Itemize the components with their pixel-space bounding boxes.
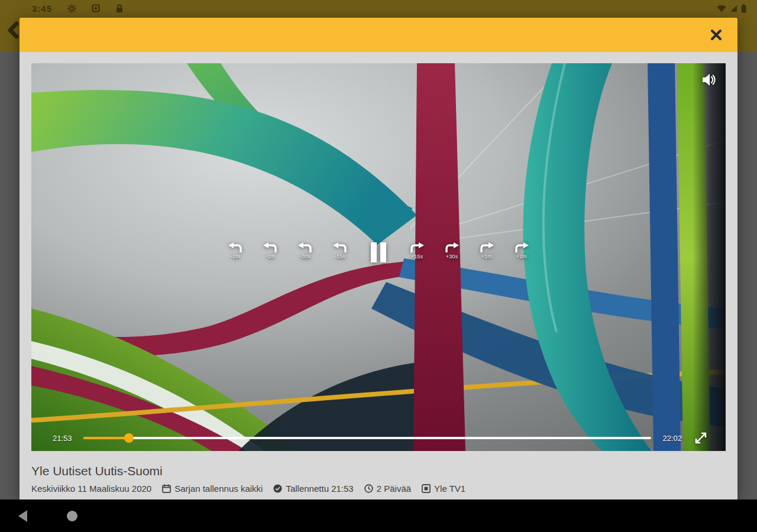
progress-bar[interactable] (83, 437, 651, 439)
rewind-30s-button[interactable]: -30s (297, 242, 313, 259)
recorded-meta: Tallennettu 21:53 (273, 484, 353, 494)
check-circle-icon (273, 484, 282, 493)
forward-2m-label: +2m (516, 254, 527, 259)
rewind-2m-button[interactable]: -2m (228, 242, 243, 259)
recording-meta: Keskiviikko 11 Maaliskuu 2020 Sarjan tal… (31, 484, 726, 494)
close-button[interactable] (702, 18, 730, 52)
progress-fill (83, 437, 129, 439)
forward-arrow-icon (410, 242, 424, 253)
pause-button[interactable] (371, 242, 386, 262)
cellular-signal-icon (730, 5, 737, 12)
series-meta: Sarjan tallennus kaikki (162, 484, 263, 494)
pause-icon (371, 242, 386, 262)
rewind-1m-label: -1m (266, 254, 275, 259)
rewind-2m-label: -2m (231, 254, 240, 259)
forward-15s-label: +15s (411, 254, 423, 259)
navigation-bar (0, 499, 757, 532)
retention-label: 2 Päivää (377, 484, 411, 494)
gear-icon (67, 4, 76, 13)
rewind-1m-button[interactable]: -1m (263, 242, 278, 259)
forward-30s-button[interactable]: +30s (444, 242, 460, 259)
rewind-arrow-icon (333, 242, 347, 253)
forward-arrow-icon (515, 242, 529, 253)
home-circle-icon (66, 510, 78, 522)
video-player[interactable]: -2m -1m -30s -15s (31, 63, 726, 451)
forward-arrow-icon (445, 242, 459, 253)
rewind-arrow-icon (263, 242, 277, 253)
back-triangle-icon (18, 510, 28, 522)
recorded-label: Tallennettu 21:53 (286, 484, 353, 494)
channel-label: Yle TV1 (434, 484, 465, 494)
current-time-label: 21:53 (53, 434, 76, 443)
forward-1m-label: +1m (481, 254, 492, 259)
forward-2m-button[interactable]: +2m (514, 242, 529, 259)
rewind-15s-button[interactable]: -15s (332, 242, 348, 259)
forward-30s-label: +30s (446, 254, 458, 259)
retention-meta: 2 Päivää (364, 484, 411, 494)
series-label: Sarjan tallennus kaikki (174, 484, 263, 494)
wifi-icon (717, 5, 726, 12)
lock-icon (115, 4, 124, 13)
recording-dialog: -2m -1m -30s -15s (20, 18, 737, 499)
recording-title: Yle Uutiset Uutis-Suomi (31, 463, 726, 478)
status-bar-right (717, 4, 749, 13)
seek-row: 21:53 22:02 (31, 431, 726, 445)
screen: 3:45 (0, 0, 757, 532)
forward-15s-button[interactable]: +15s (409, 242, 425, 259)
progress-thumb[interactable] (124, 433, 134, 443)
screenshot-icon (92, 4, 100, 12)
fullscreen-button[interactable] (694, 431, 708, 445)
player-controls: -2m -1m -30s -15s (31, 242, 726, 262)
rewind-15s-label: -15s (335, 254, 345, 259)
calendar-icon (162, 484, 171, 493)
volume-icon[interactable] (701, 73, 716, 87)
status-bar-left: 3:45 (8, 4, 124, 14)
forward-arrow-icon (480, 242, 494, 253)
tv-icon (422, 484, 431, 493)
channel-meta: Yle TV1 (422, 484, 465, 494)
rewind-arrow-icon (298, 242, 312, 253)
dialog-header (20, 18, 737, 52)
forward-1m-button[interactable]: +1m (479, 242, 494, 259)
end-time-label: 22:02 (658, 434, 682, 443)
clock-icon (364, 484, 373, 493)
status-bar: 3:45 (0, 0, 757, 17)
rewind-arrow-icon (228, 242, 242, 253)
battery-icon (741, 4, 746, 13)
nav-back-button[interactable] (18, 510, 28, 522)
nav-home-button[interactable] (66, 510, 78, 522)
recording-details: Yle Uutiset Uutis-Suomi Keskiviikko 11 M… (31, 455, 726, 494)
status-time: 3:45 (32, 4, 52, 14)
rewind-30s-label: -30s (300, 254, 310, 259)
close-x-icon (710, 28, 723, 41)
expand-arrows-icon (694, 431, 708, 445)
recording-date: Keskiviikko 11 Maaliskuu 2020 (31, 484, 151, 494)
